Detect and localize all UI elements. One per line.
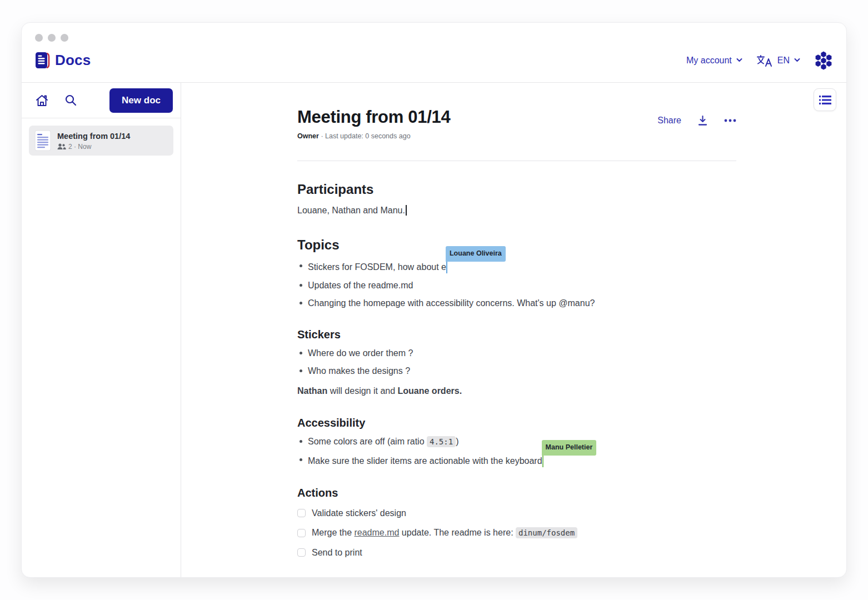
document-item-title: Meeting from 01/14	[57, 132, 130, 141]
inline-code: 4.5:1	[427, 436, 456, 447]
collab-cursor-louane: Louane Oliveira	[446, 260, 447, 273]
task-label: Send to print	[312, 547, 362, 558]
heading-participants: Participants	[297, 182, 736, 197]
readme-link[interactable]: readme.md	[354, 528, 399, 537]
participants-text: Louane, Nathan and Manu.	[297, 204, 736, 217]
document-thumbnail-icon	[34, 130, 51, 151]
topics-list: Stickers for FOSDEM, how about eLouane O…	[297, 260, 736, 309]
text-caret	[406, 205, 407, 216]
doc-meta: Owner · Last update: 0 seconds ago	[297, 132, 450, 140]
task-checkbox[interactable]	[297, 529, 306, 537]
more-options-button[interactable]	[724, 119, 736, 122]
task-row: Validate stickers' design	[297, 507, 736, 519]
heading-topics: Topics	[297, 237, 736, 253]
docs-logo[interactable]: Docs	[35, 52, 91, 69]
list-item: Make sure the slider items are actionabl…	[297, 454, 736, 467]
list-item: Where do we order them ?	[297, 347, 736, 359]
task-checkbox[interactable]	[297, 548, 306, 557]
list-item: Some colors are off (aim ratio 4.5:1)	[297, 436, 736, 448]
document-item-meta: 2 · Now	[68, 143, 91, 151]
task-label: Validate stickers' design	[312, 507, 406, 519]
task-row: Merge the readme.md update. The readme i…	[297, 527, 736, 539]
app-window: Docs My account	[21, 22, 847, 578]
document-list: Meeting from 01/14	[22, 118, 181, 163]
main-panel: Meeting from 01/14 Owner · Last update: …	[181, 83, 846, 577]
doc-last-update: · Last update: 0 seconds ago	[319, 132, 411, 140]
my-account-label: My account	[686, 56, 732, 66]
apps-grid-icon[interactable]	[814, 51, 833, 71]
table-of-contents-button[interactable]	[814, 88, 836, 111]
doc-title: Meeting from 01/14	[297, 107, 450, 127]
list-item: Stickers for FOSDEM, how about eLouane O…	[297, 260, 736, 273]
heading-stickers: Stickers	[297, 328, 736, 341]
sidebar: New doc	[22, 83, 181, 577]
collab-cursor-label: Louane Oliveira	[446, 246, 506, 262]
home-button[interactable]	[35, 94, 49, 107]
list-item: Updates of the readme.md	[297, 279, 736, 291]
language-label: EN	[777, 56, 790, 66]
share-button[interactable]: Share	[657, 116, 681, 126]
sidebar-toolbar: New doc	[22, 83, 181, 118]
heading-accessibility: Accessibility	[297, 417, 736, 429]
top-bar: Docs My account	[22, 23, 846, 83]
window-control-dots[interactable]	[35, 34, 68, 42]
heading-actions: Actions	[297, 487, 736, 499]
app-title: Docs	[55, 52, 91, 69]
doc-editor[interactable]: Participants Louane, Nathan and Manu. To…	[297, 182, 736, 577]
doc-header-divider	[297, 161, 736, 161]
list-item: Changing the homepage with accessibility…	[297, 297, 736, 309]
chevron-down-icon	[736, 58, 742, 63]
docs-logo-icon	[35, 52, 50, 69]
translate-icon	[756, 54, 773, 67]
my-account-menu[interactable]: My account	[686, 56, 742, 66]
language-selector[interactable]: EN	[756, 54, 800, 67]
task-row: Send to print	[297, 547, 736, 558]
task-checkbox[interactable]	[297, 509, 306, 517]
task-label: Merge the readme.md update. The readme i…	[312, 527, 577, 539]
collab-cursor-label: Manu Pelletier	[542, 440, 597, 456]
document-list-item[interactable]: Meeting from 01/14	[29, 126, 173, 156]
list-item: Who makes the designs ?	[297, 365, 736, 377]
stickers-list: Where do we order them ? Who makes the d…	[297, 347, 736, 377]
collab-cursor-manu: Manu Pelletier	[542, 454, 543, 467]
members-icon	[57, 143, 66, 150]
doc-owner-label: Owner	[297, 132, 319, 140]
search-button[interactable]	[64, 94, 77, 107]
accessibility-list: Some colors are off (aim ratio 4.5:1) Ma…	[297, 436, 736, 467]
inline-code: dinum/fosdem	[516, 527, 577, 538]
chevron-down-icon	[794, 58, 800, 63]
new-doc-button[interactable]: New doc	[109, 88, 173, 113]
download-button[interactable]	[697, 115, 708, 126]
stickers-note: Nathan will design it and Louane orders.	[297, 385, 736, 397]
